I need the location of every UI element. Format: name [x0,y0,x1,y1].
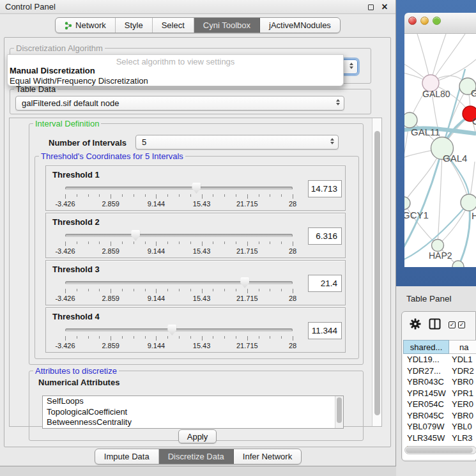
threshold-label: Threshold 1 [52,170,100,180]
tick-label: 15.43 [193,200,211,208]
threshold-value-field[interactable]: 6.316 [308,227,342,245]
tick-label: 21.715 [236,295,258,302]
slider-rail [65,187,293,190]
tab-jactivemnodules[interactable]: jActiveMNodules [260,18,340,33]
table-row[interactable]: YER054C YER0 [403,399,476,410]
node-table: shared... na YDL19... YDL1 YDR27... YDR2… [403,340,476,459]
threshold-stack: Threshold 1 -3.4262.8599.14415.4321.7152… [35,165,346,355]
node-gal11[interactable] [404,112,417,128]
tick-label: 15.43 [193,295,211,302]
tab-discretize-data[interactable]: Discretize Data [159,449,234,464]
popup-item[interactable]: Manual Discretization [10,66,341,76]
table-row[interactable]: YBL079W YBL0 [403,421,476,433]
slider-thumb[interactable] [240,277,249,288]
threshold-slider[interactable] [65,328,293,333]
network-canvas[interactable]: GAL80 GA C GAL11 GAL4 GCY1 H HAP2 [404,34,476,267]
tab-infer-network[interactable]: Infer Network [234,449,301,464]
node-bottom[interactable] [452,261,464,267]
threshold-slider[interactable] [65,234,293,238]
close-window-button[interactable]: × [380,3,389,12]
table-row[interactable]: YBR045C YBR0 [403,410,476,422]
interval-definition-groupbox: Interval Definition Number of Intervals … [29,123,364,365]
threshold-value-field[interactable]: 11.344 [308,322,342,339]
checkbox-icon[interactable]: ✓ [458,321,465,328]
table-row[interactable]: YDR27... YDR2 [403,365,476,377]
close-traffic-light[interactable] [408,17,417,25]
columns-icon[interactable] [429,318,441,332]
apply-button[interactable]: Apply [178,429,217,443]
slider-thumb[interactable] [131,230,140,241]
tick-label: 2.859 [102,247,119,255]
float-icon [368,4,374,10]
zoom-traffic-light[interactable] [433,17,441,25]
network-window-titlebar[interactable] [404,13,476,34]
slider-thumb[interactable] [192,183,201,194]
checkbox-icon[interactable]: ✓ [449,321,456,328]
settings-scroll-viewport: Interval Definition Number of Intervals … [9,118,382,427]
slider-tick-labels: -3.4262.8599.14415.4321.71528 [65,342,293,349]
tab-network[interactable]: Network [56,18,116,33]
tick-label: 9.144 [148,247,165,255]
table-horizontal-scrollbar[interactable] [404,446,476,454]
attribute-list-item[interactable]: TopologicalCoefficient [43,407,343,418]
table-row[interactable]: YPR145W YPR1 [403,388,476,399]
attributes-list-scrollbar[interactable] [335,396,343,428]
table-panel: ✓ ✓ shared... na YDL19... YDL1 YDR27... [401,311,476,461]
threshold-value-field[interactable]: 21.4 [308,275,342,292]
thresholds-group-title: Threshold's Coordinates for 5 Intervals [39,151,185,161]
tab-label: Discretize Data [168,452,224,461]
table-row[interactable]: YDL19... YDL1 [403,354,476,365]
minimize-traffic-light[interactable] [420,17,429,25]
viewport-scrollbar[interactable] [372,118,381,426]
gear-icon[interactable] [410,318,421,332]
slider-thumb[interactable] [167,325,176,335]
attributes-group-title: Attributes to discretize [33,366,119,376]
threshold-slider[interactable] [65,281,293,286]
attribute-list-item[interactable]: BetweennessCentrality [43,417,343,428]
tick-label: 28 [289,295,296,302]
tick-label: -3.426 [55,295,75,302]
threshold-slider[interactable] [65,187,293,191]
numerical-attributes-list[interactable]: SelfLoopsTopologicalCoefficientBetweenne… [42,395,344,429]
threshold-label: Threshold 2 [52,217,100,227]
tick-label: 2.859 [102,342,119,349]
node-gcy1[interactable] [404,197,410,210]
tick-label: 21.715 [236,247,258,255]
threshold-value-field[interactable]: 14.713 [308,180,342,197]
slider-tick-labels: -3.4262.8599.14415.4321.71528 [65,200,293,208]
table-toolbar: ✓ ✓ [402,316,475,334]
table-data-groupbox: Table Data galFiltered.sif default node [10,89,371,114]
window-title: Control Panel [5,2,56,12]
tab-label: Select [162,20,185,30]
tab-cyni-toolbox[interactable]: Cyni Toolbox [194,18,260,33]
slider-ticks [65,242,293,247]
table-data-combobox[interactable]: galFiltered.sif default node [15,96,344,111]
tick-label: 9.144 [148,200,165,208]
algorithm-group-title: Discretization Algorithm [14,43,105,53]
slider-tick-labels: -3.4262.8599.14415.4321.71528 [65,247,293,255]
tab-impute-data[interactable]: Impute Data [95,449,159,464]
node-hap2[interactable] [432,240,444,252]
gal4-label: GAL4 [443,153,467,164]
tick-label: 28 [289,200,296,208]
attribute-list-item[interactable]: SelfLoops [43,396,343,407]
table-header-row: shared... na [403,340,476,354]
table-row[interactable]: YLR345W YLR3 [403,433,476,444]
column-header-shared-name[interactable]: shared... [403,340,449,354]
network-graph: GAL80 GA C GAL11 GAL4 GCY1 H HAP2 [404,34,476,267]
network-nodes [404,75,476,267]
num-intervals-value: 5 [142,137,146,147]
tab-select[interactable]: Select [153,18,194,33]
tab-style[interactable]: Style [116,18,153,33]
popup-item-list: Manual DiscretizationEqual Width/Frequen… [10,66,341,86]
stepper-arrows-icon [336,99,340,105]
threshold-row: Threshold 3 -3.4262.8599.14415.4321.7152… [45,260,346,305]
float-window-button[interactable] [366,3,375,12]
table-row[interactable]: YBR043C YBR0 [403,376,476,388]
close-icon: × [381,4,387,10]
threshold-row: Threshold 4 -3.4262.8599.14415.4321.7152… [45,307,346,353]
num-intervals-combobox[interactable]: 5 [135,135,339,150]
popup-item[interactable]: Equal Width/Frequency Discretization [10,76,341,86]
column-header-name[interactable]: na [449,340,476,354]
node-right-mid[interactable] [461,194,476,211]
